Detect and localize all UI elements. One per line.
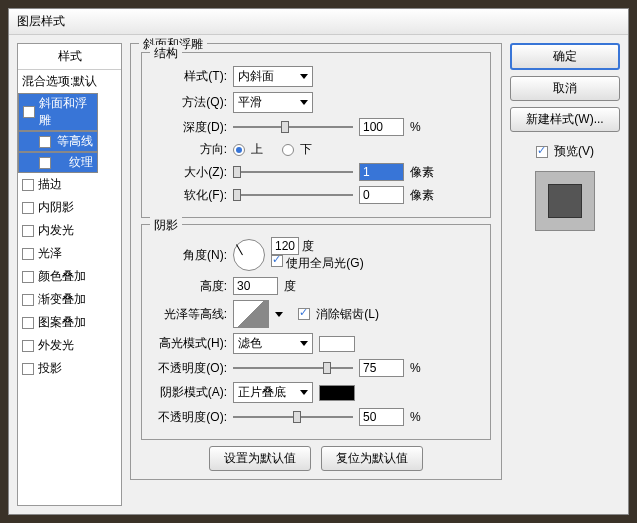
blend-options[interactable]: 混合选项:默认 [18, 70, 121, 93]
soften-input[interactable]: 0 [359, 186, 404, 204]
reset-default-button[interactable]: 复位为默认值 [321, 446, 423, 471]
size-slider[interactable] [233, 164, 353, 180]
shadow-mode-select[interactable]: 正片叠底 [233, 382, 313, 403]
chevron-down-icon [300, 74, 308, 79]
ok-button[interactable]: 确定 [510, 43, 620, 70]
style-select[interactable]: 内斜面 [233, 66, 313, 87]
style-color-overlay[interactable]: 颜色叠加 [18, 265, 121, 288]
chevron-down-icon [300, 390, 308, 395]
direction-up-radio[interactable] [233, 144, 245, 156]
angle-dial[interactable] [233, 239, 265, 271]
style-stroke[interactable]: 描边 [18, 173, 121, 196]
style-texture[interactable]: 纹理 [18, 152, 98, 173]
layer-style-dialog: 图层样式 样式 混合选项:默认 斜面和浮雕 等高线 纹理 描边 内阴影 内发光 … [8, 8, 629, 515]
checkbox-icon[interactable] [22, 271, 34, 283]
new-style-button[interactable]: 新建样式(W)... [510, 107, 620, 132]
highlight-mode-select[interactable]: 滤色 [233, 333, 313, 354]
style-gradient-overlay[interactable]: 渐变叠加 [18, 288, 121, 311]
chevron-down-icon [300, 100, 308, 105]
make-default-button[interactable]: 设置为默认值 [209, 446, 311, 471]
checkbox-icon[interactable] [39, 157, 51, 169]
style-inner-shadow[interactable]: 内阴影 [18, 196, 121, 219]
styles-sidebar: 样式 混合选项:默认 斜面和浮雕 等高线 纹理 描边 内阴影 内发光 光泽 颜色… [17, 43, 122, 506]
dialog-title: 图层样式 [9, 9, 628, 35]
highlight-color[interactable] [319, 336, 355, 352]
technique-select[interactable]: 平滑 [233, 92, 313, 113]
shadow-color[interactable] [319, 385, 355, 401]
checkbox-icon[interactable] [22, 294, 34, 306]
depth-input[interactable]: 100 [359, 118, 404, 136]
checkbox-icon[interactable] [23, 106, 35, 118]
checkbox-icon[interactable] [22, 202, 34, 214]
size-input[interactable]: 1 [359, 163, 404, 181]
gloss-contour[interactable] [233, 300, 269, 328]
highlight-opacity-slider[interactable] [233, 360, 353, 376]
shadow-opacity-slider[interactable] [233, 409, 353, 425]
style-drop-shadow[interactable]: 投影 [18, 357, 121, 380]
highlight-opacity-input[interactable]: 75 [359, 359, 404, 377]
checkbox-icon[interactable] [22, 317, 34, 329]
style-outer-glow[interactable]: 外发光 [18, 334, 121, 357]
styles-header: 样式 [18, 44, 121, 70]
checkbox-icon[interactable] [22, 225, 34, 237]
checkbox-icon[interactable] [22, 248, 34, 260]
global-light-checkbox[interactable] [271, 255, 283, 267]
cancel-button[interactable]: 取消 [510, 76, 620, 101]
checkbox-icon[interactable] [22, 340, 34, 352]
chevron-down-icon [300, 341, 308, 346]
style-satin[interactable]: 光泽 [18, 242, 121, 265]
checkbox-icon[interactable] [22, 363, 34, 375]
bevel-panel: 斜面和浮雕 结构 样式(T):内斜面 方法(Q):平滑 深度(D):100% 方… [130, 43, 502, 480]
soften-slider[interactable] [233, 187, 353, 203]
chevron-down-icon[interactable] [275, 312, 283, 317]
direction-down-radio[interactable] [282, 144, 294, 156]
shading-group: 阴影 角度(N):120 度 使用全局光(G) 高度:30度 光泽等高线: 消除… [141, 224, 491, 440]
style-pattern-overlay[interactable]: 图案叠加 [18, 311, 121, 334]
shadow-opacity-input[interactable]: 50 [359, 408, 404, 426]
preview-swatch [535, 171, 595, 231]
checkbox-icon[interactable] [22, 179, 34, 191]
style-bevel[interactable]: 斜面和浮雕 [18, 93, 98, 131]
checkbox-icon[interactable] [39, 136, 51, 148]
structure-group: 结构 样式(T):内斜面 方法(Q):平滑 深度(D):100% 方向:上 下 … [141, 52, 491, 218]
preview-checkbox[interactable] [536, 146, 548, 158]
altitude-input[interactable]: 30 [233, 277, 278, 295]
antialias-checkbox[interactable] [298, 308, 310, 320]
depth-slider[interactable] [233, 119, 353, 135]
style-inner-glow[interactable]: 内发光 [18, 219, 121, 242]
style-contour[interactable]: 等高线 [18, 131, 98, 152]
